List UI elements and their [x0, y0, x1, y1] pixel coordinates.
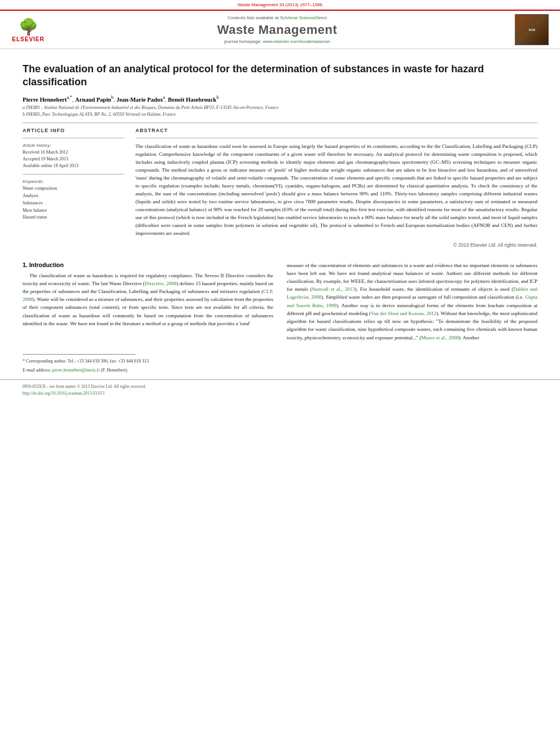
copyright-line: © 2013 Elsevier Ltd. All rights reserved…: [135, 242, 537, 248]
keyword-5: Hazard status: [23, 214, 124, 221]
author-2: Arnaud Papin: [75, 96, 111, 102]
author-4: Benoît Hasebrouck: [168, 96, 217, 102]
journal-meta-text: Waste Management 33 (2013) 1577–1588: [238, 2, 322, 7]
article-history: Article history: Received 16 March 2012 …: [23, 143, 124, 169]
author-4-sup: b: [216, 95, 218, 100]
intro-para-1: The classification of waste as hazardous…: [23, 272, 273, 328]
elsevier-logo: 🌳 ELSEVIER: [6, 18, 51, 42]
authors-line: Pierre Henneberta,*, Arnaud Papinb, Jean…: [23, 95, 537, 103]
stenvall-ref: Stenvall et al., 2013: [312, 286, 355, 292]
footer-bar: 0956-053X/$ – see front matter © 2013 El…: [0, 379, 560, 399]
affiliations: a INERIS – Institut National de l'Enviro…: [23, 104, 537, 118]
introduction-col: 1. Introduction The classification of wa…: [23, 261, 273, 345]
author-3: Jean-Marie Padox: [116, 96, 163, 102]
footnotes-area: * Corresponding author. Tel.: +33 344 61…: [0, 354, 560, 374]
name-note: (P. Hennebert).: [101, 368, 128, 373]
keyword-4: Mass balance: [23, 207, 124, 215]
continuation-col: measure of the concentration of elements…: [287, 261, 537, 345]
journal-header: Waste Management 33 (2013) 1577–1588: [0, 0, 560, 11]
corresponding-author-note: * Corresponding author. Tel.: +33 344 61…: [23, 358, 537, 365]
journal-banner: 🌳 ELSEVIER Contents lists available at S…: [0, 11, 560, 49]
journal-logo-right: WM: [504, 14, 549, 45]
homepage-url[interactable]: www.elsevier.com/locate/wasman: [263, 39, 330, 44]
received-date: Received 16 March 2012: [23, 149, 124, 156]
article-info-col: ARTICLE INFO Article history: Received 1…: [23, 128, 124, 247]
keywords-section: Keywords: Waste composition Analysis Sub…: [23, 179, 124, 221]
keyword-3: Substances: [23, 200, 124, 207]
intro-heading: 1. Introduction: [23, 261, 273, 268]
footer-doi: http://dx.doi.org/10.1016/j.wasman.2013.…: [23, 390, 537, 397]
journal-meta-bar: Waste Management 33 (2013) 1577–1588: [0, 2, 560, 7]
abstract-label: ABSTRACT: [135, 128, 537, 133]
keyword-2: Analysis: [23, 193, 124, 200]
musee-ref: Musee et al., 2008: [421, 335, 458, 340]
abstract-col: ABSTRACT The classification of waste as …: [135, 128, 537, 247]
directive-ref: Directive, 2008: [145, 281, 177, 286]
article-info-abstract-row: ARTICLE INFO Article history: Received 1…: [23, 128, 537, 247]
corresp-text: * Corresponding author. Tel.: +33 344 61…: [23, 359, 150, 364]
article-info-label: ARTICLE INFO: [23, 128, 124, 133]
author-1: Pierre Hennebert: [23, 96, 67, 102]
wm-logo-box: WM: [515, 14, 549, 45]
keyword-1: Waste composition: [23, 185, 124, 193]
info-mid-divider: [23, 174, 124, 174]
abstract-top-divider: [135, 138, 537, 138]
homepage-label: journal homepage:: [224, 39, 261, 44]
footnote-divider: [23, 354, 135, 355]
sciverse-link[interactable]: SciVerse ScienceDirect: [280, 15, 327, 20]
keywords-label: Keywords:: [23, 179, 124, 184]
section-divider-top: [23, 123, 537, 123]
email-label: E-mail address:: [23, 368, 51, 373]
abstract-text: The classification of waste as hazardous…: [135, 143, 537, 237]
elsevier-label: ELSEVIER: [12, 36, 44, 42]
journal-homepage: journal homepage: www.elsevier.com/locat…: [51, 39, 504, 44]
tree-icon: 🌳: [19, 18, 38, 36]
history-label: Article history:: [23, 143, 124, 148]
email-note: E-mail address: pierre.hennebert@ineris.…: [23, 367, 537, 374]
author-1-sup: a,*: [67, 95, 72, 100]
journal-center: Contents lists available at SciVerse Sci…: [51, 15, 504, 44]
available-date: Available online 18 April 2013: [23, 163, 124, 169]
gupta-ref: Gupta and Suresh Babu, 1999: [287, 294, 537, 308]
clp-ref: CLP, 2008: [23, 289, 273, 302]
journal-title-banner: Waste Management: [51, 23, 504, 37]
contents-text: Contents lists available at: [228, 15, 279, 20]
info-top-divider: [23, 138, 124, 138]
wm-logo-text: WM: [528, 28, 535, 32]
accepted-date: Accepted 19 March 2013: [23, 156, 124, 163]
article-body: The evaluation of an analytical protocol…: [0, 49, 560, 254]
email-link[interactable]: pierre.hennebert@ineris.fr: [52, 368, 100, 373]
article-title: The evaluation of an analytical protocol…: [23, 63, 537, 89]
doi-link[interactable]: http://dx.doi.org/10.1016/j.wasman.2013.…: [23, 391, 104, 396]
affil-b: b INERIS, Parc Technologique ALATA, BP N…: [23, 111, 537, 118]
affil-a: a INERIS – Institut National de l'Enviro…: [23, 104, 537, 111]
main-content: 1. Introduction The classification of wa…: [0, 254, 560, 351]
contents-line: Contents lists available at SciVerse Sci…: [51, 15, 504, 20]
vander-ref: Van der Sloot and Kosson, 2012: [371, 311, 436, 316]
footer-issn: 0956-053X/$ – see front matter © 2013 El…: [23, 383, 537, 390]
right-para-1: measure of the concentration of elements…: [287, 261, 537, 342]
